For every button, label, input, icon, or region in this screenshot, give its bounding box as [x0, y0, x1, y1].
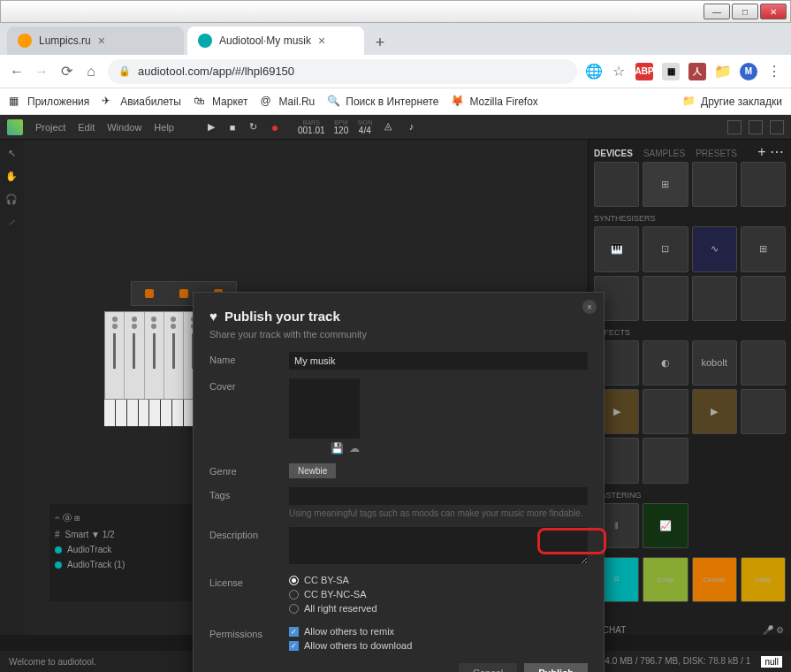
- forward-button[interactable]: →: [34, 64, 49, 80]
- device-thumb[interactable]: [692, 276, 737, 321]
- extension-abp-icon[interactable]: ABP: [635, 63, 653, 80]
- device-thumb[interactable]: ◐: [643, 340, 688, 386]
- tab-presets[interactable]: PRESETS: [696, 149, 737, 158]
- radio-icon: [289, 604, 299, 614]
- license-option[interactable]: All right reserved: [289, 603, 588, 614]
- label-tags: Tags: [209, 487, 289, 518]
- url-input[interactable]: 🔒 audiotool.com/app/#/lhpl69150: [108, 59, 577, 84]
- bookmark-item[interactable]: 🛍Маркет: [194, 95, 248, 109]
- window-minimize[interactable]: —: [704, 4, 730, 19]
- extension-icon[interactable]: ▦: [662, 63, 680, 80]
- add-device-button[interactable]: + ⋯: [757, 143, 784, 160]
- device-thumb[interactable]: ⊞: [643, 162, 688, 207]
- stop-button[interactable]: ■: [225, 120, 240, 134]
- bookmark-item[interactable]: @Mail.Ru: [261, 95, 316, 109]
- device-thumb[interactable]: 🎹: [594, 226, 639, 271]
- home-button[interactable]: ⌂: [83, 64, 99, 80]
- cover-preview[interactable]: [289, 378, 360, 439]
- window-maximize[interactable]: □: [732, 4, 758, 19]
- device-thumb[interactable]: kobolt: [692, 340, 737, 386]
- tuning-icon[interactable]: ♪: [404, 119, 418, 134]
- status-welcome: Welcome to audiotool.: [9, 657, 96, 667]
- device-thumb[interactable]: ⊞: [741, 226, 786, 271]
- window-close[interactable]: ✕: [760, 4, 787, 19]
- extension-pdf-icon[interactable]: 人: [688, 63, 706, 80]
- tab-samples[interactable]: SAMPLES: [643, 149, 685, 158]
- device-thumb[interactable]: [741, 389, 786, 434]
- device-thumb[interactable]: ▶: [692, 389, 737, 434]
- new-tab-button[interactable]: +: [368, 30, 392, 55]
- timesig-value[interactable]: 4/4: [357, 126, 372, 135]
- save-cover-icon[interactable]: 💾: [331, 442, 344, 454]
- license-option[interactable]: CC BY-SA: [289, 575, 588, 585]
- browser-tab-active[interactable]: Audiotool·My musik ×: [187, 27, 364, 55]
- description-input[interactable]: [289, 527, 588, 564]
- tags-input[interactable]: [289, 487, 588, 505]
- reload-button[interactable]: ⟳: [58, 64, 74, 80]
- menu-window[interactable]: Window: [107, 122, 141, 133]
- view-icon[interactable]: [770, 120, 784, 134]
- device-thumb[interactable]: [643, 438, 688, 483]
- view-icon[interactable]: [727, 120, 742, 134]
- record-button[interactable]: ●: [268, 120, 282, 134]
- device-thumb[interactable]: 📈: [643, 503, 688, 548]
- tool-palette: ↖ ✋ 🎧 ⟋: [0, 140, 25, 635]
- device-thumb[interactable]: [741, 276, 786, 321]
- device-thumb[interactable]: [741, 340, 786, 386]
- bpm-value[interactable]: 120: [334, 126, 349, 135]
- device-browser: DEVICES SAMPLES PRESETS ⊞ SYNTHESISERS 🎹…: [588, 140, 791, 635]
- device-thumb[interactable]: [643, 389, 688, 434]
- tab-close-icon[interactable]: ×: [98, 34, 105, 48]
- chat-toggle[interactable]: ▶ CHAT 🎤 ⚙: [593, 625, 784, 635]
- device-thumb[interactable]: ∿: [692, 226, 737, 271]
- device-thumb[interactable]: [741, 162, 786, 207]
- star-icon[interactable]: ☆: [611, 64, 627, 80]
- permission-option[interactable]: ✓Allow others to remix: [289, 626, 588, 637]
- menu-project[interactable]: Project: [35, 122, 65, 133]
- tab-close-icon[interactable]: ×: [318, 34, 325, 48]
- browser-tab[interactable]: Lumpics.ru ×: [7, 27, 184, 55]
- firefox-icon: 🦊: [451, 95, 465, 109]
- play-button[interactable]: ▶: [204, 120, 218, 134]
- browser-menu-icon[interactable]: ⋮: [766, 64, 782, 80]
- modal-close-button[interactable]: ×: [582, 300, 597, 314]
- checkbox-icon: ✓: [289, 641, 299, 651]
- menu-edit[interactable]: Edit: [78, 122, 95, 133]
- bookmark-item[interactable]: 🦊Mozilla Firefox: [451, 95, 537, 109]
- device-thumb[interactable]: [643, 276, 688, 321]
- view-icon[interactable]: [749, 120, 763, 134]
- other-bookmarks[interactable]: 📁Другие закладки: [682, 95, 782, 109]
- name-input[interactable]: [289, 352, 588, 370]
- apps-button[interactable]: ▦Приложения: [9, 95, 89, 109]
- translate-icon[interactable]: 🌐: [586, 64, 602, 80]
- headphones-icon[interactable]: 🎧: [4, 191, 19, 207]
- link-tool[interactable]: ⟋: [4, 214, 19, 230]
- pointer-tool[interactable]: ↖: [4, 145, 19, 161]
- device-thumb[interactable]: Comp: [643, 557, 688, 602]
- device-thumb[interactable]: [594, 162, 639, 207]
- bookmark-folder-icon[interactable]: 📁: [715, 64, 731, 80]
- back-button[interactable]: ←: [9, 64, 25, 80]
- profile-avatar[interactable]: M: [740, 63, 757, 80]
- cloud-cover-icon[interactable]: ☁: [349, 442, 360, 454]
- mail-icon: @: [261, 95, 275, 109]
- device-thumb[interactable]: ⊡: [643, 226, 688, 271]
- permission-option[interactable]: ✓Allow others to download: [289, 640, 588, 651]
- metronome-icon[interactable]: ◬: [381, 119, 395, 134]
- device-thumb[interactable]: Crusher: [692, 557, 737, 602]
- menu-help[interactable]: Help: [154, 122, 174, 133]
- bookmark-item[interactable]: 🔍Поиск в Интернете: [327, 95, 438, 109]
- label-genre: Genre: [209, 463, 289, 478]
- device-thumb[interactable]: [692, 162, 737, 207]
- cancel-button[interactable]: Cancel: [459, 663, 517, 672]
- genre-chip[interactable]: Newbie: [289, 463, 336, 478]
- device-thumb[interactable]: Delay: [741, 557, 786, 602]
- bookmark-item[interactable]: ✈Авиабилеты: [102, 95, 181, 109]
- tab-devices[interactable]: DEVICES: [594, 149, 633, 158]
- license-option[interactable]: CC BY-NC-SA: [289, 589, 588, 599]
- loop-button[interactable]: ↻: [247, 120, 261, 134]
- app-logo[interactable]: [7, 119, 23, 135]
- label-license: License: [209, 575, 289, 617]
- hand-tool[interactable]: ✋: [4, 168, 19, 184]
- publish-button[interactable]: Publish: [524, 663, 588, 672]
